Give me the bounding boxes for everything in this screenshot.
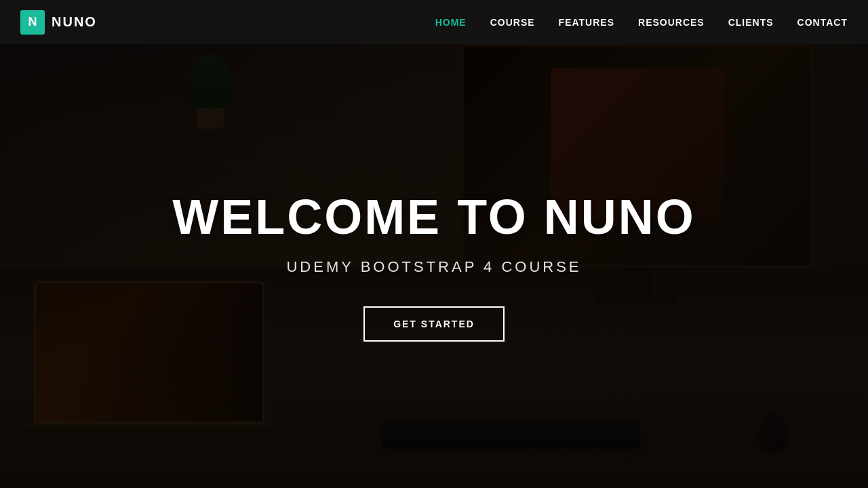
nav-item-resources[interactable]: RESOURCES (638, 16, 705, 28)
nav-item-contact[interactable]: CONTACT (797, 16, 848, 28)
brand-icon: N (20, 10, 45, 35)
nav-item-features[interactable]: FEATURES (559, 16, 614, 28)
brand-logo[interactable]: N NUNO (20, 10, 97, 35)
hero-content: WELCOME TO NUNO UDEMY BOOTSTRAP 4 COURSE… (172, 146, 696, 341)
nav-item-course[interactable]: COURSE (490, 16, 535, 28)
nav-link-features[interactable]: FEATURES (559, 17, 614, 28)
navbar: N NUNO HOME COURSE FEATURES RESOURCES CL… (0, 0, 868, 44)
nav-link-course[interactable]: COURSE (490, 17, 535, 28)
hero-subtitle: UDEMY BOOTSTRAP 4 COURSE (172, 258, 696, 276)
hero-title: WELCOME TO NUNO (172, 190, 696, 244)
nav-item-clients[interactable]: CLIENTS (728, 16, 774, 28)
get-started-button[interactable]: GET STARTED (363, 306, 505, 342)
nav-link-contact[interactable]: CONTACT (797, 17, 848, 28)
nav-link-resources[interactable]: RESOURCES (638, 17, 705, 28)
nav-link-home[interactable]: HOME (435, 17, 467, 28)
brand-name: NUNO (52, 14, 97, 30)
nav-links: HOME COURSE FEATURES RESOURCES CLIENTS C… (435, 16, 848, 28)
nav-item-home[interactable]: HOME (435, 16, 467, 28)
hero-section: WELCOME TO NUNO UDEMY BOOTSTRAP 4 COURSE… (0, 0, 868, 488)
nav-link-clients[interactable]: CLIENTS (728, 17, 774, 28)
